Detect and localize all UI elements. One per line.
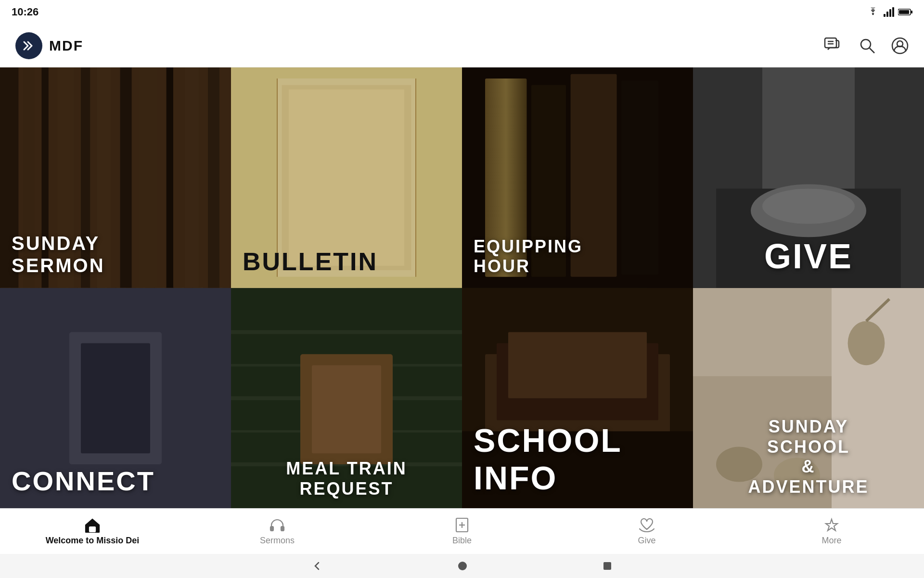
svg-rect-68 — [270, 526, 273, 531]
search-icon — [859, 37, 876, 54]
wifi-icon — [866, 7, 880, 17]
nav-item-more[interactable]: More — [739, 517, 924, 546]
give-nav-icon — [639, 517, 655, 532]
sermons-label: Sermons — [260, 536, 295, 546]
tile-meal-train[interactable]: MEAL TRAINREQUEST — [231, 288, 462, 509]
content-grid: SUNDAYSERMON BULLETIN — [0, 67, 924, 508]
battery-icon — [898, 8, 912, 16]
app-title: MDF — [49, 38, 83, 54]
svg-rect-5 — [899, 10, 909, 14]
school-info-label: SCHOOLINFO — [474, 421, 681, 497]
sunday-school-label: SUNDAYSCHOOL&ADVENTURE — [693, 417, 924, 497]
nav-item-home[interactable]: Welcome to Missio Dei — [0, 517, 185, 545]
chat-button[interactable] — [824, 37, 843, 54]
headphones-icon — [270, 517, 285, 532]
bulletin-label: BULLETIN — [243, 248, 450, 276]
sunday-sermon-label: SUNDAYSERMON — [12, 232, 219, 276]
nav-item-give[interactable]: Give — [554, 517, 739, 545]
signal-icon — [884, 7, 894, 17]
tile-give[interactable]: GIVE — [693, 67, 924, 288]
profile-icon — [891, 37, 909, 54]
svg-point-7 — [20, 37, 38, 54]
system-navigation — [0, 554, 924, 578]
svg-rect-6 — [911, 11, 912, 13]
tile-connect[interactable]: CONNECT — [0, 288, 231, 509]
bible-icon — [454, 517, 470, 533]
more-label: More — [821, 536, 841, 546]
profile-button[interactable] — [891, 37, 909, 54]
svg-rect-3 — [892, 7, 894, 17]
svg-line-12 — [870, 48, 874, 53]
app-bar-left: MDF — [15, 32, 83, 59]
more-icon — [824, 517, 839, 533]
nav-item-bible[interactable]: Bible — [370, 517, 554, 546]
svg-rect-67 — [90, 527, 95, 532]
tile-equipping-hour[interactable]: EQUIPPINGHOUR — [462, 67, 693, 288]
home-icon — [85, 517, 100, 532]
give-label: GIVE — [693, 236, 924, 276]
recents-button[interactable] — [603, 561, 612, 571]
status-icons — [866, 7, 912, 17]
app-bar-right — [824, 37, 909, 54]
status-bar: 10:26 — [0, 0, 924, 24]
tile-sunday-school[interactable]: SUNDAYSCHOOL&ADVENTURE — [693, 288, 924, 509]
svg-rect-8 — [825, 38, 836, 48]
search-button[interactable] — [859, 37, 876, 54]
meal-train-label: MEAL TRAINREQUEST — [231, 459, 462, 499]
svg-rect-1 — [886, 12, 888, 17]
svg-rect-2 — [889, 9, 891, 17]
bottom-navigation: Welcome to Missio Dei Sermons Bible — [0, 508, 924, 554]
tile-sunday-sermon[interactable]: SUNDAYSERMON — [0, 67, 231, 288]
svg-rect-74 — [603, 562, 611, 570]
give-nav-label: Give — [638, 536, 655, 546]
app-logo[interactable] — [15, 32, 42, 59]
tile-school-info[interactable]: SCHOOLINFO — [462, 288, 693, 509]
tile-bulletin[interactable]: BULLETIN — [231, 67, 462, 288]
svg-rect-69 — [281, 526, 284, 531]
nav-item-sermons[interactable]: Sermons — [185, 517, 370, 545]
status-time: 10:26 — [12, 6, 38, 18]
connect-label: CONNECT — [12, 466, 219, 497]
chat-icon — [824, 37, 843, 54]
svg-point-11 — [861, 39, 871, 49]
home-system-button[interactable] — [457, 561, 468, 571]
svg-rect-0 — [884, 14, 886, 17]
bible-label: Bible — [452, 536, 472, 546]
home-label: Welcome to Missio Dei — [46, 536, 140, 546]
app-bar: MDF — [0, 24, 924, 67]
svg-point-73 — [458, 562, 467, 570]
back-button[interactable] — [312, 561, 322, 571]
equipping-label: EQUIPPINGHOUR — [474, 236, 681, 276]
